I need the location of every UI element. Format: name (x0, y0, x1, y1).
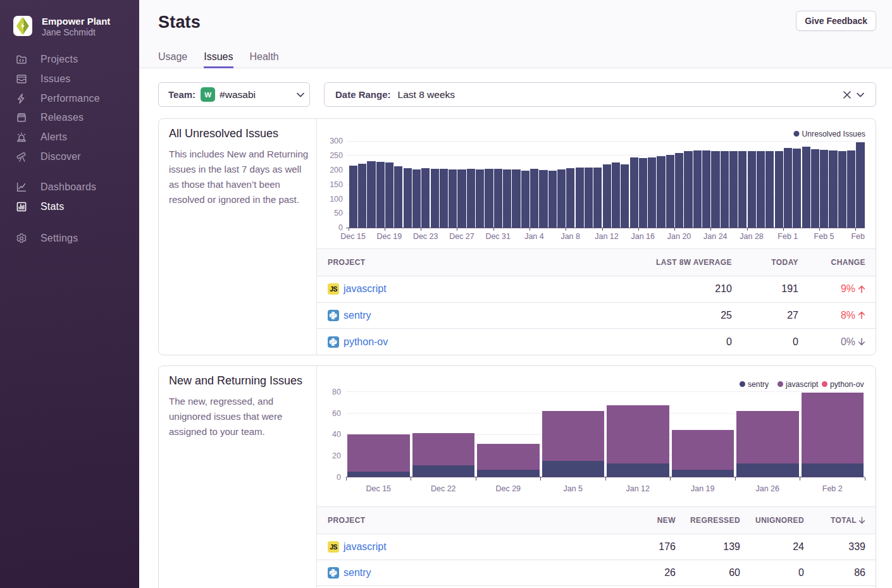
svg-text:Jan 8: Jan 8 (561, 232, 580, 241)
svg-text:Jan 24: Jan 24 (703, 232, 728, 241)
svg-text:Dec 31: Dec 31 (485, 232, 511, 241)
svg-text:Jan 12: Jan 12 (626, 484, 650, 493)
svg-text:Feb 5: Feb 5 (814, 232, 834, 241)
svg-text:40: 40 (332, 430, 341, 439)
svg-text:Dec 15: Dec 15 (366, 484, 391, 493)
svg-text:Feb: Feb (851, 232, 865, 241)
svg-text:Dec 15: Dec 15 (340, 232, 366, 241)
svg-text:20: 20 (332, 451, 341, 460)
svg-text:250: 250 (330, 151, 343, 160)
svg-text:60: 60 (332, 409, 341, 418)
svg-text:python-ov: python-ov (830, 380, 864, 389)
svg-text:Feb 1: Feb 1 (777, 232, 798, 241)
svg-text:300: 300 (330, 137, 343, 145)
svg-text:Jan 5: Jan 5 (563, 484, 583, 493)
svg-text:Jan 28: Jan 28 (740, 232, 764, 241)
svg-text:Feb 2: Feb 2 (822, 484, 843, 493)
svg-text:150: 150 (330, 180, 343, 189)
svg-text:Dec 23: Dec 23 (413, 232, 438, 241)
svg-text:200: 200 (330, 166, 343, 175)
svg-text:0: 0 (337, 473, 341, 482)
svg-text:Jan 4: Jan 4 (524, 232, 544, 241)
svg-text:Jan 12: Jan 12 (595, 232, 619, 241)
svg-text:javascript: javascript (785, 380, 819, 389)
svg-text:Dec 19: Dec 19 (377, 232, 402, 241)
svg-text:Dec 22: Dec 22 (431, 484, 456, 493)
svg-text:100: 100 (330, 195, 343, 204)
svg-text:0: 0 (338, 223, 343, 232)
svg-text:Jan 16: Jan 16 (631, 232, 655, 241)
svg-text:Dec 27: Dec 27 (449, 232, 474, 241)
svg-text:80: 80 (332, 388, 341, 396)
svg-text:Jan 26: Jan 26 (755, 484, 779, 493)
svg-text:Jan 20: Jan 20 (667, 232, 691, 241)
svg-text:Unresolved Issues: Unresolved Issues (802, 130, 865, 138)
svg-text:Jan 19: Jan 19 (691, 484, 715, 493)
svg-text:50: 50 (334, 209, 343, 217)
svg-text:Dec 29: Dec 29 (495, 484, 521, 493)
svg-text:sentry: sentry (748, 380, 769, 389)
